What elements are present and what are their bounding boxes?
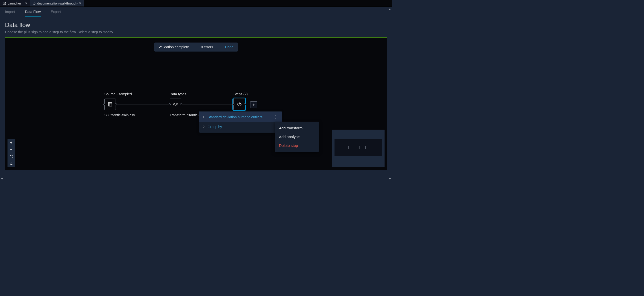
node-steps[interactable]: Steps (2)	[233, 92, 248, 110]
tab-launcher-label: Launcher	[8, 2, 21, 5]
node-port[interactable]	[180, 103, 182, 105]
minimap-viewport	[335, 139, 382, 156]
menu-add-transform[interactable]: Add transform	[275, 124, 319, 132]
minimap-node	[348, 146, 351, 149]
flow-canvas[interactable]: Validation complete 0 errors Done Source…	[5, 38, 387, 170]
add-step-button[interactable]: +	[250, 101, 257, 108]
node-port[interactable]	[244, 103, 246, 105]
zoom-out-button[interactable]: −	[8, 146, 15, 153]
svg-rect-1	[108, 103, 112, 106]
step-link[interactable]: Group by	[208, 125, 222, 129]
page-hint: Choose the plus sign to add a step to th…	[5, 30, 387, 34]
subnav-import[interactable]: Import	[5, 7, 15, 17]
subnav-export[interactable]: Export	[51, 7, 61, 17]
svg-line-5	[239, 103, 239, 106]
menu-add-analysis[interactable]: Add analysis	[275, 132, 319, 141]
svg-rect-6	[10, 163, 12, 165]
scroll-right-icon[interactable]: ▶	[389, 177, 391, 180]
validation-status: Validation complete	[159, 45, 189, 49]
fit-screen-button[interactable]	[8, 153, 15, 160]
step-index: 2.	[203, 125, 206, 129]
minimap-node	[365, 146, 368, 149]
validation-banner: Validation complete 0 errors Done	[154, 43, 238, 52]
step-row-1[interactable]: 1. Standard deviation numeric outliers ⋮	[199, 112, 282, 122]
minimap[interactable]	[332, 130, 385, 167]
tab-launcher[interactable]: Launcher ×	[0, 0, 30, 7]
step-link[interactable]: Standard deviation numeric outliers	[208, 115, 262, 119]
validation-done-link[interactable]: Done	[225, 45, 233, 49]
node-types-box[interactable]: #.#	[170, 99, 181, 110]
validation-errors: 0 errors	[201, 45, 213, 49]
page-header: Data flow Choose the plus sign to add a …	[0, 17, 392, 37]
steps-popover: 1. Standard deviation numeric outliers ⋮…	[199, 111, 282, 133]
zoom-in-button[interactable]: +	[8, 139, 15, 146]
node-port[interactable]	[115, 103, 117, 105]
node-types-title: Data types	[170, 92, 200, 96]
node-steps-title: Steps (2)	[233, 92, 248, 96]
tab-documentation[interactable]: documentation-walkthrough- ×	[30, 0, 84, 7]
flow-edge	[117, 105, 170, 105]
minimap-node	[357, 146, 360, 149]
node-types-sub: Transform: titantic-t	[170, 113, 200, 117]
subnav-data-flow[interactable]: Data Flow	[25, 7, 41, 17]
spreadsheet-icon	[108, 102, 113, 107]
node-port[interactable]	[103, 103, 105, 105]
scroll-up-icon[interactable]: ▲	[389, 8, 391, 10]
close-icon[interactable]: ×	[79, 1, 81, 5]
node-port[interactable]	[169, 103, 171, 105]
scroll-left-icon[interactable]: ◀	[1, 177, 3, 180]
kebab-icon[interactable]: ⋮	[272, 115, 278, 119]
code-icon	[236, 102, 242, 107]
node-port[interactable]	[232, 103, 234, 105]
page-title: Data flow	[5, 22, 387, 29]
node-source-title: Source - sampled	[104, 92, 135, 96]
lock-button[interactable]	[8, 160, 15, 167]
node-source-box[interactable]	[104, 99, 116, 110]
step-row-2[interactable]: 2. Group by ⋮	[199, 122, 282, 132]
step-context-menu: Add transform Add analysis Delete step	[275, 122, 319, 152]
launcher-icon	[3, 2, 6, 5]
tab-documentation-label: documentation-walkthrough-	[37, 2, 78, 5]
close-icon[interactable]: ×	[25, 1, 27, 5]
zoom-controls: + −	[8, 139, 15, 167]
step-index: 1.	[203, 115, 206, 119]
sub-nav: Import Data Flow Export	[0, 7, 392, 17]
number-type-icon: #.#	[173, 102, 178, 106]
menu-delete-step[interactable]: Delete step	[275, 141, 319, 150]
node-steps-box[interactable]	[233, 99, 245, 110]
node-source-sub: S3: titantic-train.csv	[104, 113, 135, 117]
tab-bar: Launcher × documentation-walkthrough- ×	[0, 0, 392, 7]
canvas-wrap: Validation complete 0 errors Done Source…	[5, 37, 387, 170]
flow-file-icon	[33, 2, 36, 5]
flow-edge	[182, 105, 235, 105]
